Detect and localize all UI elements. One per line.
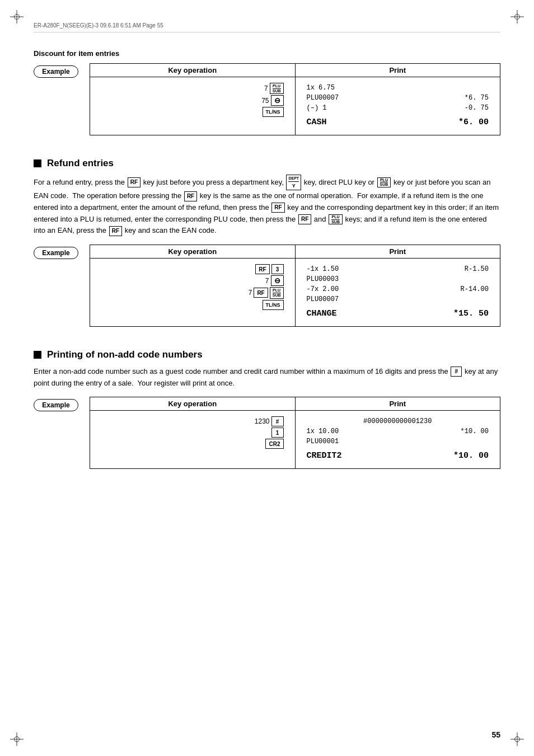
discount-print-cell: 1x 6.75 PLU00007 *6. 75 (–) 1 xyxy=(295,77,500,135)
minus-key: ⊖ xyxy=(271,95,284,106)
nonadd-table-wrap: Key operation Print 1230 # xyxy=(90,397,500,469)
discount-key-row-1: 7 PLU SUB xyxy=(264,83,283,94)
refund-key-row-1: RF 3 xyxy=(255,264,283,274)
refund-key-ops: RF 3 7 ⊖ 7 RF xyxy=(96,261,289,313)
refund-square-icon xyxy=(34,159,41,167)
refund-key-row-4: TL/NS xyxy=(263,300,284,310)
discount-key-ops-cell: 7 PLU SUB 75 ⊖ xyxy=(90,77,296,135)
nonadd-print-row-1: 1x 10.00 *10. 00 xyxy=(307,426,489,436)
refund-print-row-3: -7x 2.00 R-14.00 xyxy=(307,284,489,294)
rf-inline-key-2: RF xyxy=(184,191,197,201)
one-key: 1 xyxy=(271,428,284,438)
refund-section: Refund entries For a refund entry, press… xyxy=(34,158,500,327)
rf-inline-key-1: RF xyxy=(128,177,140,187)
crosshair-br xyxy=(510,732,524,746)
discount-example-row: Example Key operation Print xyxy=(34,63,500,135)
refund-table: Key operation Print RF 3 xyxy=(90,245,500,327)
nonadd-print-credit: CREDIT2 *10. 00 xyxy=(307,450,489,463)
page-number: 55 xyxy=(491,730,500,739)
cr2-key: CR2 xyxy=(265,439,283,449)
nonadd-key-row-3: CR2 xyxy=(265,439,283,449)
discount-table: Key operation Print 7 PL xyxy=(90,63,500,135)
plu-sub-key-2: PLU SUB xyxy=(270,287,284,298)
discount-key-op-header: Key operation xyxy=(90,64,296,77)
nonadd-table: Key operation Print 1230 # xyxy=(90,397,500,469)
discount-section: Discount for item entries Example Key op… xyxy=(34,49,500,135)
refund-body: For a refund entry, press the RF key jus… xyxy=(34,175,500,237)
discount-table-row: 7 PLU SUB 75 ⊖ xyxy=(90,77,500,135)
refund-heading: Refund entries xyxy=(34,158,500,169)
hash-key: # xyxy=(271,416,284,426)
print-row-cash: CASH *6. 00 xyxy=(307,116,489,129)
print-row-3: (–) 1 -0. 75 xyxy=(307,103,489,113)
crosshair-tr xyxy=(510,10,524,24)
nonadd-heading-text: Printing of non-add code numbers xyxy=(47,349,203,360)
crosshair-tl xyxy=(10,10,24,24)
nonadd-print-row-2: PLU00001 xyxy=(307,436,489,447)
discount-key-row-2: 75 ⊖ xyxy=(261,95,283,106)
refund-heading-text: Refund entries xyxy=(47,158,114,169)
refund-print-header: Print xyxy=(295,245,500,259)
rf-inline-key-4: RF xyxy=(298,214,311,224)
refund-table-wrap: Key operation Print RF 3 xyxy=(90,245,500,327)
rf-key-1: RF xyxy=(255,264,269,274)
nonadd-key-ops-cell: 1230 # 1 CR2 xyxy=(90,411,296,469)
nonadd-section: Printing of non-add code numbers Enter a… xyxy=(34,349,500,469)
nonadd-print-area: #0000000000001230 1x 10.00 *10. 00 PLU00… xyxy=(301,413,495,466)
discount-example-badge: Example xyxy=(34,65,78,78)
discount-print-area: 1x 6.75 PLU00007 *6. 75 (–) 1 xyxy=(301,79,495,133)
nonadd-print-cell: #0000000000001230 1x 10.00 *10. 00 PLU00… xyxy=(295,411,500,469)
refund-print-row-2: PLU00003 xyxy=(307,274,489,284)
header-text: ER-A280F_N(SEEG)(E)-3 09.6.18 6:51 AM Pa… xyxy=(34,22,163,29)
rf-inline-key-5: RF xyxy=(109,226,122,236)
refund-print-area: -1x 1.50 R-1.50 PLU00003 -7x 2.00 xyxy=(301,261,495,324)
page: ER-A280F_N(SEEG)(E)-3 09.6.18 6:51 AM Pa… xyxy=(0,0,534,756)
dept-inline-key: DEPTY xyxy=(286,175,301,191)
tlns-key-2: TL/NS xyxy=(263,300,284,310)
rf-inline-key-3: RF xyxy=(271,203,284,213)
discount-key-row-3: TL/NS xyxy=(263,107,284,117)
three-key: 3 xyxy=(271,264,284,274)
nonadd-key-ops: 1230 # 1 CR2 xyxy=(96,413,289,452)
nonadd-example-badge: Example xyxy=(34,399,78,411)
refund-key-ops-cell: RF 3 7 ⊖ 7 RF xyxy=(90,259,296,327)
hash-inline-key: # xyxy=(451,367,462,377)
refund-key-row-3: 7 RF PLU SUB xyxy=(249,287,284,298)
discount-title: Discount for item entries xyxy=(34,49,500,58)
nonadd-print-header: Print xyxy=(295,397,500,411)
refund-table-row: RF 3 7 ⊖ 7 RF xyxy=(90,259,500,327)
nonadd-print-row-0: #0000000000001230 xyxy=(307,416,489,426)
discount-table-wrap: Key operation Print 7 PL xyxy=(90,63,500,135)
discount-print-header: Print xyxy=(295,64,500,77)
doc-header: ER-A280F_N(SEEG)(E)-3 09.6.18 6:51 AM Pa… xyxy=(34,22,500,32)
tlns-key-1: TL/NS xyxy=(263,107,284,117)
print-row-1: 1x 6.75 xyxy=(307,83,489,93)
nonadd-square-icon xyxy=(34,351,41,359)
crosshair-bl xyxy=(10,732,24,746)
plu-sub-inline-key-2: PLUSUB xyxy=(329,214,343,224)
refund-print-row-1: -1x 1.50 R-1.50 xyxy=(307,264,489,274)
nonadd-example-row: Example Key operation Print xyxy=(34,397,500,469)
refund-print-row-4: PLU00007 xyxy=(307,294,489,304)
nonadd-table-row: 1230 # 1 CR2 xyxy=(90,411,500,469)
nonadd-key-op-header: Key operation xyxy=(90,397,296,411)
refund-print-change: CHANGE *15. 50 xyxy=(307,308,489,321)
plu-sub-inline-key: PLUSUB xyxy=(377,177,391,187)
rf-key-2: RF xyxy=(254,288,268,298)
nonadd-key-row-2: 1 xyxy=(271,428,284,438)
plu-sub-key-1: PLU SUB xyxy=(270,83,284,94)
discount-key-ops: 7 PLU SUB 75 ⊖ xyxy=(96,79,289,120)
circle-key: ⊖ xyxy=(271,275,284,286)
refund-key-op-header: Key operation xyxy=(90,245,296,259)
refund-key-row-2: 7 ⊖ xyxy=(265,275,284,286)
print-row-2: PLU00007 *6. 75 xyxy=(307,93,489,103)
nonadd-body: Enter a non-add code number such as a gu… xyxy=(34,366,500,389)
refund-example-badge: Example xyxy=(34,247,78,259)
nonadd-key-row-1: 1230 # xyxy=(255,416,284,426)
nonadd-heading: Printing of non-add code numbers xyxy=(34,349,500,360)
refund-print-cell: -1x 1.50 R-1.50 PLU00003 -7x 2.00 xyxy=(295,259,500,327)
refund-example-row: Example Key operation Print xyxy=(34,245,500,327)
